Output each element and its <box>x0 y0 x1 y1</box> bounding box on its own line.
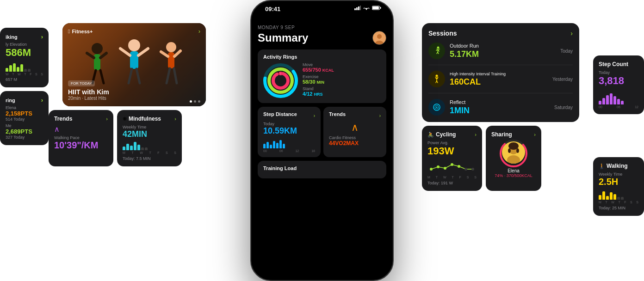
hiking-value: 586M <box>6 47 43 59</box>
hiit-figure-icon <box>432 74 441 84</box>
step-distance-card[interactable]: Step Distance › Today 10.59KM <box>258 107 321 157</box>
session-outdoor-run[interactable]: Outdoor Run 5.17KM Today <box>428 43 573 65</box>
cycling-card[interactable]: 🚴 Cycling › Power Avg. 193W <box>422 126 482 191</box>
phone-frame: 09:41 <box>250 0 394 281</box>
cycling-axis: M T W T F S S <box>427 176 477 179</box>
svg-point-37 <box>437 47 440 49</box>
right-cards: Sessions › Outdoor Run 5.17KM <box>422 23 593 191</box>
reflect-figure-icon <box>432 103 441 112</box>
svg-rect-25 <box>372 6 379 9</box>
outdoor-run-name: Outdoor Run <box>450 43 556 49</box>
svg-rect-7 <box>130 51 138 69</box>
step-distance-header: Step Distance › <box>263 111 315 120</box>
weekly-time-label: Weekly Time <box>123 125 176 129</box>
svg-rect-24 <box>380 7 381 9</box>
sessions-card[interactable]: Sessions › Outdoor Run 5.17KM <box>422 23 579 122</box>
walking-value: 2.5H <box>599 177 638 187</box>
workout-title: HIIT with Kim <box>68 88 109 96</box>
mindfulness-chart <box>123 141 176 150</box>
step-trends-row: Step Distance › Today 10.59KM <box>258 107 386 157</box>
svg-point-44 <box>444 167 446 170</box>
svg-line-3 <box>100 53 106 58</box>
reflect-info: Reflect 1MIN <box>450 99 550 116</box>
hiking-card[interactable]: iking › ly Elevation 586M W T W T F S <box>0 28 49 87</box>
training-load-label: Training Load <box>263 165 381 171</box>
trends-header: Trends › <box>54 116 108 122</box>
run-figure-icon <box>432 46 441 55</box>
mindfulness-header: ❋ Mindfulness › <box>123 116 176 122</box>
phone-date: MONDAY 9 SEP <box>258 25 386 30</box>
svg-point-34 <box>273 73 288 88</box>
cycling-chevron-icon: › <box>475 132 477 137</box>
me-section: Me 2,689PTS 327 Today <box>6 123 43 140</box>
sharing-chevron-icon: › <box>534 132 536 137</box>
stand-value: 4/12 HRS <box>303 91 381 97</box>
hiking-chevron-icon: › <box>41 33 43 40</box>
dot-3 <box>198 100 200 103</box>
step-count-chart <box>599 91 638 104</box>
svg-line-16 <box>167 68 170 83</box>
rings-stats: Move 655/750 KCAL Exercise 58/3 <box>303 62 381 98</box>
step-count-header: Step Count <box>599 61 638 67</box>
trends-phone-header: Trends › <box>329 111 381 120</box>
step-count-value: 3,818 <box>599 75 638 87</box>
walking-axis: M T W T F S S <box>599 201 638 204</box>
walking-pace-value: 10'39"/KM <box>54 140 108 151</box>
stand-stat: Stand 4/12 HRS <box>303 86 381 97</box>
trends-phone-card[interactable]: Trends › ∧ Cardio Fitness 44VO2MAX <box>323 107 386 157</box>
cycling-header: 🚴 Cycling › <box>427 131 477 138</box>
elena-pts: 2,158PTS <box>6 110 43 117</box>
sharing-stats: 74% · 370/500KCAL <box>491 173 536 178</box>
cycling-today: Today: 191 W <box>427 181 477 185</box>
fitness-card-bottom: FOR TODAY HIIT with Kim 20min · Latest H… <box>68 78 109 101</box>
mindfulness-today: Today: 7.5 MIN <box>123 156 176 161</box>
sessions-title: Sessions <box>428 30 457 37</box>
svg-point-46 <box>458 165 460 168</box>
svg-point-38 <box>436 75 438 77</box>
avatar-image <box>373 31 386 44</box>
mindfulness-chevron-icon: › <box>174 116 176 122</box>
svg-line-2 <box>87 53 94 58</box>
phone-content: MONDAY 9 SEP Summary Act <box>251 21 393 260</box>
dot-1 <box>190 100 192 103</box>
phone-title: Summary <box>258 31 308 44</box>
walking-card[interactable]: 🚶 Walking Weekly Time 2.5H M T W T F S S… <box>593 157 644 216</box>
fitness-plus-card[interactable]:  Fitness+ › FOR TODAY HIIT with Kim 20m… <box>62 23 206 106</box>
me-pts: 2,689PTS <box>6 128 43 135</box>
step-distance-value: 10.59KM <box>263 126 315 136</box>
trends-chevron-icon: › <box>106 116 108 122</box>
cycling-icon: 🚴 <box>427 132 434 138</box>
step-distance-axis: 00 06 12 18 <box>263 149 315 153</box>
activity-rings-label: Activity Rings <box>263 54 381 60</box>
ring-competition-card[interactable]: ring › Elena 2,158PTS 514 Today Me 2,689… <box>0 91 49 145</box>
wifi-icon <box>363 6 370 10</box>
sharing-avatar-container <box>501 140 526 166</box>
sharing-card[interactable]: Sharing › <box>486 126 541 191</box>
svg-line-8 <box>120 49 130 55</box>
training-load-card[interactable]: Training Load <box>258 161 386 178</box>
cycling-title-row: 🚴 Cycling <box>427 131 456 138</box>
trends-arrow: ∧ <box>329 122 381 134</box>
reflect-value: 1MIN <box>450 106 550 116</box>
session-hiit[interactable]: High Intensity Interval Training 160CAL … <box>428 71 573 93</box>
left-bottom-cards: Trends › ∧ Walking Pace 10'39"/KM ❋ Mind… <box>49 110 206 166</box>
cycling-value: 193W <box>427 145 477 157</box>
activity-rings-card[interactable]: Activity Rings <box>258 49 386 103</box>
trends-card[interactable]: Trends › ∧ Walking Pace 10'39"/KM <box>49 110 113 166</box>
phone-screen: 09:41 <box>251 1 393 280</box>
walking-title-row: 🚶 Walking <box>599 163 628 169</box>
svg-point-22 <box>366 9 367 10</box>
hiking-title: iking › <box>6 33 43 40</box>
mindfulness-card[interactable]: ❋ Mindfulness › Weekly Time 42MIN <box>117 110 182 166</box>
phone: 09:41 <box>250 0 394 281</box>
move-stat: Move 655/750 KCAL <box>303 62 381 73</box>
trends-up-arrow: ∧ <box>54 125 108 134</box>
session-reflect[interactable]: Reflect 1MIN Saturday <box>428 99 573 116</box>
right-bottom-row: 🚴 Cycling › Power Avg. 193W <box>422 126 593 191</box>
step-count-today: Today <box>599 70 638 75</box>
svg-line-10 <box>129 69 132 83</box>
elena-section: Elena 2,158PTS 514 Today <box>6 105 43 122</box>
cycling-chart <box>427 160 477 173</box>
step-count-card[interactable]: Step Count Today 3,818 00 06 12 <box>593 55 644 114</box>
ring-competition-chevron-icon: › <box>41 97 43 104</box>
